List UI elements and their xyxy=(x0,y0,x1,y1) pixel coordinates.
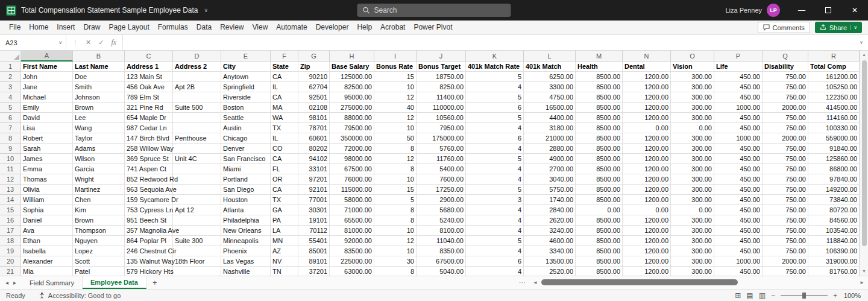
cell-C1[interactable]: Address 1 xyxy=(125,62,173,72)
cell-E16[interactable]: Philadelphia xyxy=(221,215,271,226)
cell-M9[interactable]: 8500.00 xyxy=(576,144,623,154)
cell-H9[interactable]: 72000.00 xyxy=(330,144,374,154)
cell-R7[interactable]: 100330.00 xyxy=(808,123,860,133)
menu-formulas[interactable]: Formulas xyxy=(154,21,192,34)
column-header-O[interactable]: O xyxy=(671,51,714,62)
cell-K20[interactable]: 6 xyxy=(466,256,524,267)
cell-Q3[interactable]: 750.00 xyxy=(763,82,808,92)
cell-C17[interactable]: 357 Magnolia Ave xyxy=(125,226,173,236)
cell-K12[interactable]: 4 xyxy=(466,174,524,185)
cell-I2[interactable]: 15 xyxy=(374,72,417,82)
cell-P1[interactable]: Life xyxy=(714,62,763,72)
cell-G19[interactable]: 85001 xyxy=(298,246,330,256)
cell-N19[interactable]: 1200.00 xyxy=(623,246,671,256)
cell-M5[interactable]: 8500.00 xyxy=(576,103,623,113)
cell-A12[interactable]: Thomas xyxy=(21,174,73,185)
cell-G8[interactable]: 60601 xyxy=(298,133,330,144)
cell-D1[interactable]: Address 2 xyxy=(173,62,221,72)
cell-H8[interactable]: 350000.00 xyxy=(330,133,374,144)
cell-A10[interactable]: James xyxy=(21,154,73,164)
cell-C21[interactable]: 579 Hickory Hts xyxy=(125,267,173,276)
select-all-button[interactable] xyxy=(0,51,21,62)
cell-L2[interactable]: 6250.00 xyxy=(524,72,576,82)
cell-P2[interactable]: 450.00 xyxy=(714,72,763,82)
cell-M13[interactable]: 8500.00 xyxy=(576,185,623,195)
cell-E18[interactable]: Minneapolis xyxy=(221,236,271,246)
cell-A7[interactable]: Lisa xyxy=(21,123,73,133)
cell-K6[interactable]: 5 xyxy=(466,113,524,123)
cell-K4[interactable]: 5 xyxy=(466,92,524,103)
cell-R21[interactable]: 81760.00 xyxy=(808,267,860,276)
cell-H14[interactable]: 58000.00 xyxy=(330,195,374,205)
cell-K18[interactable]: 5 xyxy=(466,236,524,246)
cell-J12[interactable]: 7600.00 xyxy=(417,174,466,185)
cell-I20[interactable]: 30 xyxy=(374,256,417,267)
cell-H6[interactable]: 88000.00 xyxy=(330,113,374,123)
cell-B1[interactable]: Last Name xyxy=(73,62,125,72)
cell-D9[interactable] xyxy=(173,144,221,154)
menu-draw[interactable]: Draw xyxy=(79,21,104,34)
row-header-19[interactable]: 19 xyxy=(0,246,21,256)
cell-D21[interactable] xyxy=(173,267,221,276)
cell-F7[interactable]: TX xyxy=(271,123,298,133)
cell-B18[interactable]: Nguyen xyxy=(73,236,125,246)
cell-R18[interactable]: 118840.00 xyxy=(808,236,860,246)
cell-M14[interactable]: 8500.00 xyxy=(576,195,623,205)
cell-E13[interactable]: San Diego xyxy=(221,185,271,195)
cell-P11[interactable]: 450.00 xyxy=(714,164,763,174)
cell-O21[interactable]: 300.00 xyxy=(671,267,714,276)
cell-O9[interactable]: 300.00 xyxy=(671,144,714,154)
cell-G9[interactable]: 80202 xyxy=(298,144,330,154)
cell-D10[interactable]: Unit 4C xyxy=(173,154,221,164)
cell-L18[interactable]: 4600.00 xyxy=(524,236,576,246)
cell-K9[interactable]: 4 xyxy=(466,144,524,154)
cell-J13[interactable]: 17250.00 xyxy=(417,185,466,195)
cell-N21[interactable]: 1200.00 xyxy=(623,267,671,276)
cell-C12[interactable]: 852 Redwood Rd xyxy=(125,174,173,185)
cell-J15[interactable]: 5680.00 xyxy=(417,205,466,215)
cell-I3[interactable]: 10 xyxy=(374,82,417,92)
cell-I18[interactable]: 12 xyxy=(374,236,417,246)
cell-K15[interactable]: 4 xyxy=(466,205,524,215)
cell-D6[interactable] xyxy=(173,113,221,123)
cell-I1[interactable]: Bonus Rate xyxy=(374,62,417,72)
cell-A21[interactable]: Mia xyxy=(21,267,73,276)
cell-G13[interactable]: 92101 xyxy=(298,185,330,195)
cell-Q19[interactable]: 750.00 xyxy=(763,246,808,256)
excel-app-icon[interactable] xyxy=(6,5,16,16)
cell-K10[interactable]: 5 xyxy=(466,154,524,164)
cell-J17[interactable]: 8100.00 xyxy=(417,226,466,236)
cell-C19[interactable]: 246 Chestnut Cir xyxy=(125,246,173,256)
cell-G11[interactable]: 33101 xyxy=(298,164,330,174)
cell-M10[interactable]: 8500.00 xyxy=(576,154,623,164)
row-header-7[interactable]: 7 xyxy=(0,123,21,133)
vertical-scroll-thumb[interactable] xyxy=(862,60,867,246)
cell-B8[interactable]: Taylor xyxy=(73,133,125,144)
cell-K14[interactable]: 3 xyxy=(466,195,524,205)
cell-O13[interactable]: 300.00 xyxy=(671,185,714,195)
cell-B2[interactable]: Doe xyxy=(73,72,125,82)
cell-R17[interactable]: 103540.00 xyxy=(808,226,860,236)
cell-K3[interactable]: 4 xyxy=(466,82,524,92)
cell-P5[interactable]: 1000.00 xyxy=(714,103,763,113)
cell-J16[interactable]: 5240.00 xyxy=(417,215,466,226)
cell-K16[interactable]: 4 xyxy=(466,215,524,226)
cell-E7[interactable]: Austin xyxy=(221,123,271,133)
cell-A5[interactable]: Emily xyxy=(21,103,73,113)
comments-button[interactable]: Comments xyxy=(758,22,810,33)
cell-R10[interactable]: 125860.00 xyxy=(808,154,860,164)
name-box[interactable]: A23 ∨ xyxy=(0,35,66,50)
cell-L19[interactable]: 3340.00 xyxy=(524,246,576,256)
cell-L1[interactable]: 401k Match xyxy=(524,62,576,72)
cell-F3[interactable]: IL xyxy=(271,82,298,92)
column-header-R[interactable]: R xyxy=(808,51,860,62)
row-header-3[interactable]: 3 xyxy=(0,82,21,92)
cell-I13[interactable]: 15 xyxy=(374,185,417,195)
column-header-J[interactable]: J xyxy=(417,51,466,62)
column-header-A[interactable]: A xyxy=(21,51,73,62)
cell-G2[interactable]: 90210 xyxy=(298,72,330,82)
cell-Q12[interactable]: 750.00 xyxy=(763,174,808,185)
row-header-9[interactable]: 9 xyxy=(0,144,21,154)
cell-E15[interactable]: Atlanta xyxy=(221,205,271,215)
cell-H10[interactable]: 98000.00 xyxy=(330,154,374,164)
